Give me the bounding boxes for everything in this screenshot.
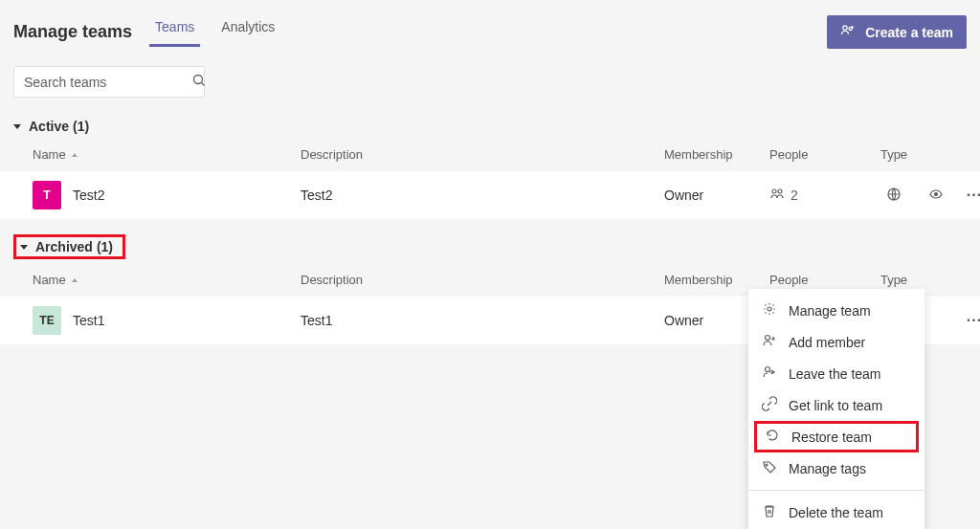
page-header: Manage teams Teams Analytics Create a te… [0,0,980,49]
team-name: Test1 [73,313,104,328]
col-people[interactable]: People [769,147,865,162]
group-active-label: Active [29,119,69,134]
team-description: Test2 [301,187,664,203]
tab-analytics[interactable]: Analytics [221,19,275,46]
svg-point-0 [843,26,847,30]
restore-icon [765,428,780,446]
col-description-2[interactable]: Description [301,273,664,287]
add-member-icon [762,333,777,351]
col-type[interactable]: Type [865,147,923,162]
more-options-button[interactable]: ··· [961,307,980,334]
svg-point-2 [194,76,203,84]
team-name-cell: TE Test1 [33,306,301,335]
group-header-archived[interactable]: Archived (1) [20,239,113,254]
col-membership-2[interactable]: Membership [664,273,769,287]
link-icon [762,396,777,414]
eye-icon [928,187,944,205]
menu-manage-team[interactable]: Manage team [748,295,924,326]
chevron-down-icon [13,124,21,129]
visibility-button[interactable] [923,182,949,209]
table-row[interactable]: T Test2 Test2 Owner 2 ··· [0,171,980,219]
svg-point-10 [766,464,768,466]
team-name-cell: T Test2 [33,181,301,209]
search-box[interactable] [13,66,205,98]
page-title: Manage teams [13,22,132,42]
search-icon [191,73,207,91]
svg-point-8 [766,336,770,341]
team-name: Test2 [73,187,104,203]
menu-get-link[interactable]: Get link to team [748,389,924,421]
leave-icon [762,364,777,383]
col-name-2[interactable]: Name [33,273,301,287]
sort-asc-icon [72,153,78,157]
menu-manage-tags[interactable]: Manage tags [748,452,924,484]
tag-icon [762,459,777,477]
svg-point-9 [766,367,770,372]
team-context-menu: Manage team Add member Leave the team Ge… [748,289,924,529]
team-avatar: T [33,181,61,209]
menu-add-member[interactable]: Add member [748,326,924,358]
globe-icon [886,187,902,205]
archived-highlight: Archived (1) [13,234,125,259]
group-header-archived-wrap: Archived (1) [0,219,980,263]
create-team-label: Create a team [865,25,953,40]
menu-leave-team[interactable]: Leave the team [748,358,924,389]
create-team-icon [840,23,856,41]
group-active-count: (1) [73,119,89,134]
team-membership: Owner [664,187,769,203]
column-headers-active: Name Description Membership People Type [0,138,980,171]
more-icon: ··· [967,187,980,204]
sort-asc-icon [72,278,78,282]
menu-restore-team[interactable]: Restore team [754,421,919,452]
people-icon [769,187,785,205]
col-people-2[interactable]: People [769,273,865,287]
col-type-2[interactable]: Type [865,273,923,287]
team-people: 2 [769,187,865,205]
svg-point-4 [778,189,782,193]
more-icon: ··· [967,312,980,329]
svg-point-6 [935,192,938,195]
svg-point-7 [768,307,771,311]
group-archived-label: Archived [35,239,93,254]
group-header-active[interactable]: Active (1) [0,115,980,138]
team-description: Test1 [301,313,664,328]
menu-delete-team[interactable]: Delete the team [748,496,924,528]
more-options-button[interactable]: ··· [961,182,980,209]
trash-icon [762,503,777,521]
col-membership[interactable]: Membership [664,147,769,162]
gear-icon [762,301,777,320]
team-avatar: TE [33,306,61,335]
group-archived-count: (1) [97,239,113,254]
tabs: Teams Analytics [155,19,827,46]
create-team-button[interactable]: Create a team [827,15,967,49]
col-name[interactable]: Name [33,147,301,162]
tab-teams[interactable]: Teams [155,19,194,46]
search-input[interactable] [24,75,191,90]
svg-point-3 [772,189,776,193]
chevron-down-icon [20,245,28,250]
team-type [865,187,923,205]
col-description[interactable]: Description [301,147,664,162]
menu-divider [748,490,924,491]
people-count: 2 [791,187,798,203]
